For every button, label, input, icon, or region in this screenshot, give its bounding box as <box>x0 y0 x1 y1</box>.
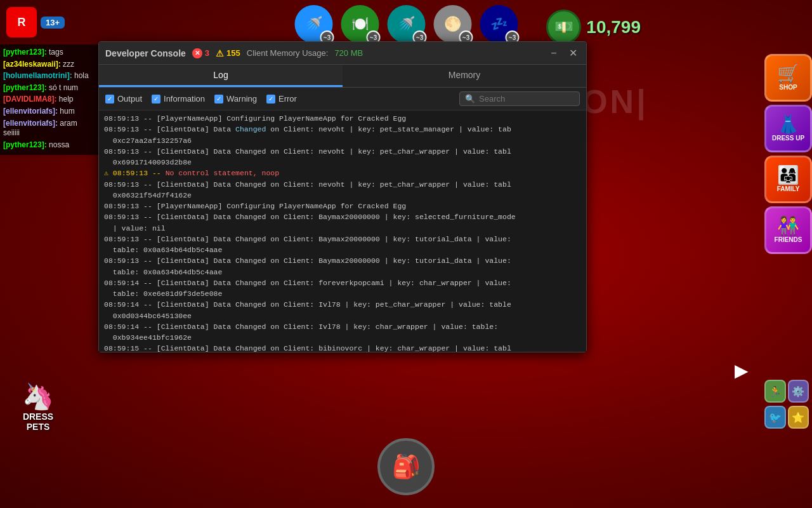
top-icon-4[interactable]: 🌕 ~3 <box>432 3 473 44</box>
shop-button[interactable]: 🛒 SHOP <box>764 54 812 102</box>
log-entry: 0x06321f54d7f4162e <box>104 190 581 201</box>
dress-pets-panel[interactable]: 🦄 DRESSPETS <box>6 382 70 432</box>
search-icon: 🔍 <box>465 94 475 104</box>
log-entry: 08:59:14 -- [ClientData] Data Changed on… <box>104 321 581 332</box>
log-entry: 08:59:13 -- [ClientData] Data Changed on… <box>104 234 581 244</box>
list-item: [DAVIDLIMA8]: help <box>3 95 95 105</box>
list-item: [az34leskawaii]: zzz <box>3 60 95 70</box>
filter-warning[interactable]: ✓ Warning <box>214 94 257 104</box>
warning-count-badge: ⚠ 155 <box>216 48 240 58</box>
log-entry: | value: nil <box>104 223 581 234</box>
tab-memory[interactable]: Memory <box>343 65 586 87</box>
family-button[interactable]: 👨‍👩‍👧 FAMILY <box>764 156 812 203</box>
top-icon-2[interactable]: 🍽️ ~3 <box>339 3 381 44</box>
log-entry: 08:59:13 -- [PlayerNameApp] Configuring … <box>104 113 581 124</box>
log-entry: 08:59:13 -- [ClientData] Data Changed on… <box>104 124 581 135</box>
log-entry-warning: ⚠ 08:59:13 -- No control statement, noop <box>104 168 581 178</box>
list-item: [pyther123]: nossa <box>3 140 95 150</box>
log-entry: table: 0xe6e81d9f3de5e08e <box>104 288 581 299</box>
close-button[interactable]: ✕ <box>566 46 580 60</box>
log-entry: 08:59:14 -- [ClientData] Data Changed on… <box>104 299 581 310</box>
log-entry: 0x0d0344bc645130ee <box>104 311 581 321</box>
notification-badge[interactable]: 13+ <box>41 17 65 29</box>
chat-panel: [pyther123]: tags [az34leskawaii]: zzz [… <box>0 44 98 155</box>
console-log-area[interactable]: 08:59:13 -- [PlayerNameApp] Configuring … <box>99 110 586 352</box>
bottom-center-button[interactable]: 🎒 <box>377 438 435 495</box>
log-entry: 08:59:13 -- [PlayerNameApp] Configuring … <box>104 201 581 211</box>
list-item: [ellenvitoriafs]: aram seiiiii <box>3 119 95 138</box>
log-entry: 08:59:13 -- [ClientData] Data Changed on… <box>104 179 581 190</box>
console-tabs: Log Memory <box>99 65 586 88</box>
top-icon-1[interactable]: 🚿 ~3 <box>293 3 334 44</box>
console-title: Developer Console <box>105 48 186 58</box>
error-icon: ✕ <box>192 48 202 58</box>
money-amount: 10,799 <box>586 17 641 37</box>
memory-label: Client Memory Usage: <box>247 48 329 58</box>
money-display: 💵 10,799 <box>546 10 641 44</box>
run-icon[interactable]: 🏃 <box>764 380 786 403</box>
friends-button[interactable]: 👫 FRIENDS <box>764 206 812 254</box>
log-entry: 0x69917140093d2b8e <box>104 157 581 168</box>
search-input[interactable] <box>479 94 574 104</box>
filter-information[interactable]: ✓ Information <box>152 94 205 104</box>
list-item: [pyther123]: só t num <box>3 83 95 93</box>
dressup-button[interactable]: 👗 DRESS UP <box>764 105 812 152</box>
list-item: [pyther123]: tags <box>3 48 95 58</box>
search-box: 🔍 <box>459 91 580 106</box>
top-icons-row: 🚿 ~3 🍽️ ~3 🚿 ~3 🌕 ~3 💤 ~3 <box>293 3 520 44</box>
top-icon-3[interactable]: 🚿 ~3 <box>386 3 427 44</box>
twitter-icon[interactable]: 🐦 <box>764 406 786 429</box>
console-filters: ✓ Output ✓ Information ✓ Warning ✓ Error… <box>99 88 586 110</box>
top-icon-5[interactable]: 💤 ~3 <box>478 3 520 44</box>
roblox-logo[interactable]: R <box>6 7 37 37</box>
sidebar-bottom: 🏃 ⚙️ 🐦 ⭐ <box>761 377 812 432</box>
log-entry: 08:59:13 -- [ClientData] Data Changed on… <box>104 211 581 222</box>
star-icon[interactable]: ⭐ <box>788 406 809 429</box>
log-entry: 08:59:14 -- [ClientData] Data Changed on… <box>104 277 581 288</box>
filter-error[interactable]: ✓ Error <box>266 94 297 104</box>
list-item: [holumellamotrini]: hola <box>3 71 95 81</box>
console-titlebar: Developer Console ✕ 3 ⚠ 155 Client Memor… <box>99 42 586 65</box>
memory-usage-value: 720 MB <box>334 48 363 58</box>
bottom-icon-row: 🏃 ⚙️ <box>764 380 809 403</box>
list-item: [ellenvitoriafs]: hum <box>3 107 95 117</box>
error-count-badge: ✕ 3 <box>192 48 209 58</box>
right-sidebar: 🛒 SHOP 👗 DRESS UP 👨‍👩‍👧 FAMILY 👫 FRIENDS <box>761 51 812 257</box>
log-entry: table: 0x0a634b64db5c4aae <box>104 244 581 255</box>
log-entry: table: 0x0a634b64db5c4aae <box>104 267 581 277</box>
filter-output[interactable]: ✓ Output <box>105 94 142 104</box>
log-entry: 08:59:13 -- [ClientData] Data Changed on… <box>104 255 581 266</box>
log-entry: 0xb934ee41bfc1962e <box>104 332 581 343</box>
tab-log[interactable]: Log <box>99 65 343 87</box>
gear-icon[interactable]: ⚙️ <box>788 380 809 403</box>
money-icon: 💵 <box>546 10 581 44</box>
bottom-icon-row2: 🐦 ⭐ <box>764 406 809 429</box>
log-entry: 0xc27aa2af132257a6 <box>104 135 581 146</box>
developer-console: Developer Console ✕ 3 ⚠ 155 Client Memor… <box>98 41 587 352</box>
next-arrow[interactable]: ▶ <box>735 360 749 381</box>
log-entry: 08:59:13 -- [ClientData] Data Changed on… <box>104 146 581 157</box>
minimize-button[interactable]: − <box>547 46 561 60</box>
log-entry: 08:59:15 -- [ClientData] Data Changed on… <box>104 343 581 352</box>
